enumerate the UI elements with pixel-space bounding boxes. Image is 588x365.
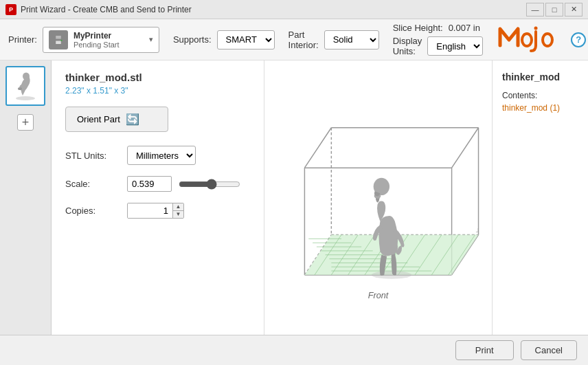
part-title: thinker_mod — [502, 71, 578, 82]
scale-slider[interactable] — [179, 179, 240, 190]
printer-icon — [49, 30, 68, 49]
copies-input[interactable] — [128, 203, 172, 218]
svg-point-8 — [16, 96, 35, 100]
printer-label: Printer: — [8, 34, 37, 45]
bottom-bar: Print Cancel — [0, 335, 588, 365]
supports-label: Supports: — [173, 34, 212, 45]
3d-view[interactable]: Front ┘ — [264, 60, 492, 335]
svg-rect-1 — [56, 36, 61, 39]
toolbar: Printer: MyPrinter Pending Start ▾ Suppo… — [0, 19, 588, 60]
print-button[interactable]: Print — [455, 340, 514, 360]
cancel-button[interactable]: Cancel — [521, 340, 577, 360]
scale-input[interactable] — [127, 176, 172, 192]
part-interior-group: Part Interior: Solid Sparse — [289, 30, 379, 50]
app-icon: P — [5, 4, 16, 15]
printer-selector[interactable]: MyPrinter Pending Start ▾ — [43, 27, 159, 53]
stl-units-dropdown[interactable]: Millimeters Inches Centimeters — [127, 146, 196, 165]
svg-point-42 — [372, 271, 411, 279]
printer-group: Printer: MyPrinter Pending Start ▾ — [8, 27, 159, 53]
display-units-label: Display Units: — [393, 36, 422, 56]
part-interior-label: Part Interior: — [289, 30, 319, 50]
svg-point-7 — [543, 34, 552, 46]
display-units-group: Display Units: English Metric — [393, 36, 484, 56]
printer-status: Pending Start — [74, 41, 144, 49]
slice-height-label: Slice Height: — [393, 23, 443, 33]
contents-item: thinker_mod (1) — [502, 103, 578, 113]
copies-label: Copies: — [65, 206, 120, 216]
slice-height-value: 0.007 in — [449, 23, 480, 33]
copies-decrement-button[interactable]: ▼ — [172, 211, 183, 218]
help-button[interactable]: ? — [571, 32, 586, 47]
add-part-button[interactable]: + — [17, 114, 34, 131]
svg-text:┘: ┘ — [476, 228, 480, 234]
svg-point-3 — [60, 39, 62, 41]
minimize-button[interactable]: — — [526, 3, 544, 16]
3d-scene-svg: Front ┘ — [264, 85, 492, 311]
svg-line-16 — [452, 127, 479, 167]
contents-item-name: thinker_mod — [502, 103, 547, 113]
close-button[interactable]: ✕ — [565, 3, 583, 16]
supports-group: Supports: SMART None Full — [173, 30, 275, 49]
svg-line-15 — [304, 127, 331, 167]
copies-spinners: ▲ ▼ — [172, 203, 183, 218]
copies-row: Copies: ▲ ▼ — [65, 203, 250, 219]
orient-part-label: Orient Part — [77, 114, 120, 124]
printer-dropdown-arrow: ▾ — [149, 35, 153, 44]
titlebar: P Print Wizard - Create CMB and Send to … — [0, 0, 588, 19]
orient-icon: 🔄 — [126, 113, 139, 126]
svg-point-6 — [534, 27, 538, 30]
main-area: + thinker_mod.stl 2.23" x 1.51" x 3" Ori… — [0, 60, 588, 335]
window-controls: — □ ✕ — [526, 3, 583, 16]
svg-point-9 — [23, 73, 30, 80]
part-filename: thinker_mod.stl — [65, 71, 250, 83]
mojo-logo — [497, 19, 565, 60]
copies-increment-button[interactable]: ▲ — [172, 203, 183, 211]
slice-height-group: Slice Height: 0.007 in — [393, 23, 484, 33]
mojo-logo-svg — [497, 19, 565, 54]
maximize-button[interactable]: □ — [545, 3, 563, 16]
supports-dropdown[interactable]: SMART None Full — [217, 30, 275, 49]
logo-area: ? — [497, 19, 586, 60]
part-dimensions: 2.23" x 1.51" x 3" — [65, 86, 250, 96]
orient-part-button[interactable]: Orient Part 🔄 — [65, 107, 168, 132]
slice-display-group: Slice Height: 0.007 in Display Units: En… — [393, 23, 484, 56]
contents-label: Contents: — [502, 91, 578, 100]
part-interior-dropdown[interactable]: Solid Sparse — [324, 30, 379, 49]
part-settings-panel: thinker_mod.stl 2.23" x 1.51" x 3" Orien… — [52, 60, 264, 335]
stl-units-label: STL Units: — [65, 151, 120, 161]
svg-rect-2 — [56, 41, 61, 44]
svg-point-4 — [522, 34, 532, 46]
front-label: Front — [368, 291, 389, 300]
printer-svg — [52, 34, 65, 46]
part-thumbnail[interactable] — [5, 66, 45, 106]
scale-row: Scale: — [65, 176, 250, 192]
copies-input-wrap: ▲ ▼ — [127, 203, 184, 219]
scale-label: Scale: — [65, 179, 120, 189]
printer-name: MyPrinter — [74, 31, 144, 41]
stl-units-row: STL Units: Millimeters Inches Centimeter… — [65, 146, 250, 165]
thumbnail-svg — [9, 69, 42, 102]
svg-point-10 — [18, 87, 22, 90]
right-info-panel: thinker_mod Contents: thinker_mod (1) — [492, 60, 588, 335]
left-thumbnail-panel: + — [0, 60, 52, 335]
window-title: Print Wizard - Create CMB and Send to Pr… — [21, 5, 526, 14]
printer-info: MyPrinter Pending Start — [74, 31, 144, 49]
contents-item-count: (1) — [550, 103, 560, 113]
display-units-dropdown[interactable]: English Metric — [427, 36, 483, 56]
